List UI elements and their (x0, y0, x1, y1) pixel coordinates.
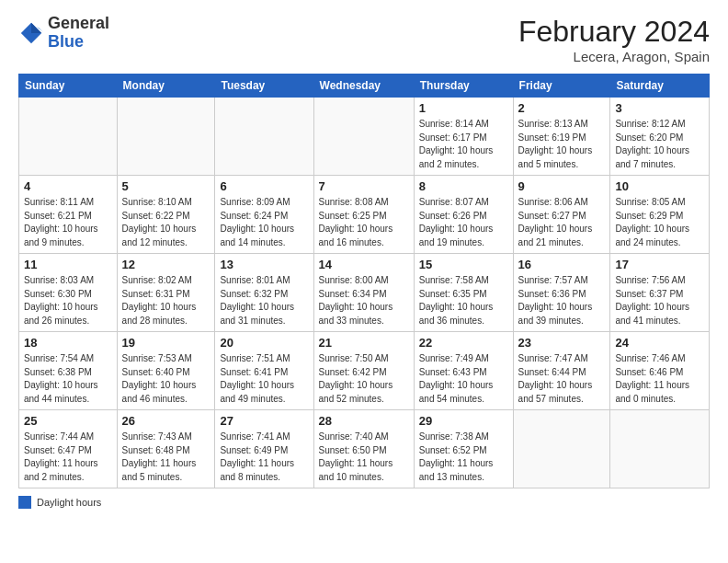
day-info: Sunrise: 8:02 AMSunset: 6:31 PMDaylight:… (122, 274, 210, 327)
day-number: 10 (615, 179, 704, 193)
day-info: Sunrise: 7:49 AMSunset: 6:43 PMDaylight:… (419, 352, 508, 406)
day-info: Sunrise: 7:44 AMSunset: 6:47 PMDaylight:… (24, 431, 112, 484)
day-number: 23 (518, 336, 606, 350)
calendar-table: Sunday Monday Tuesday Wednesday Thursday… (18, 74, 710, 488)
table-row: 13Sunrise: 8:01 AMSunset: 6:32 PMDayligh… (215, 254, 313, 332)
table-row: 20Sunrise: 7:51 AMSunset: 6:41 PMDayligh… (215, 332, 313, 410)
day-info: Sunrise: 8:09 AMSunset: 6:24 PMDaylight:… (220, 196, 308, 249)
day-info: Sunrise: 7:47 AMSunset: 6:44 PMDaylight:… (518, 352, 606, 406)
table-row: 22Sunrise: 7:49 AMSunset: 6:43 PMDayligh… (414, 332, 513, 410)
header-row: Sunday Monday Tuesday Wednesday Thursday… (19, 75, 710, 98)
table-row (117, 98, 215, 176)
table-row: 21Sunrise: 7:50 AMSunset: 6:42 PMDayligh… (313, 332, 414, 410)
title-month: February 2024 (518, 15, 710, 49)
day-info: Sunrise: 8:03 AMSunset: 6:30 PMDaylight:… (24, 274, 112, 327)
table-row: 23Sunrise: 7:47 AMSunset: 6:44 PMDayligh… (513, 332, 610, 410)
day-number: 3 (615, 101, 704, 115)
table-row (513, 410, 610, 488)
table-row: 15Sunrise: 7:58 AMSunset: 6:35 PMDayligh… (414, 254, 513, 332)
table-row (215, 98, 313, 176)
table-row: 6Sunrise: 8:09 AMSunset: 6:24 PMDaylight… (215, 176, 313, 254)
table-row: 1Sunrise: 8:14 AMSunset: 6:17 PMDaylight… (414, 98, 513, 176)
day-info: Sunrise: 7:57 AMSunset: 6:36 PMDaylight:… (518, 274, 606, 327)
day-info: Sunrise: 8:01 AMSunset: 6:32 PMDaylight:… (220, 274, 308, 327)
col-tuesday: Tuesday (215, 75, 313, 98)
logo-blue: Blue (48, 32, 84, 51)
day-info: Sunrise: 7:50 AMSunset: 6:42 PMDaylight:… (319, 352, 409, 406)
day-info: Sunrise: 7:58 AMSunset: 6:35 PMDaylight:… (419, 274, 508, 327)
day-number: 12 (122, 258, 210, 271)
day-number: 25 (24, 414, 112, 428)
day-info: Sunrise: 8:10 AMSunset: 6:22 PMDaylight:… (122, 196, 210, 249)
logo: General Blue (18, 15, 109, 52)
title-location: Lecera, Aragon, Spain (518, 49, 710, 64)
table-row: 19Sunrise: 7:53 AMSunset: 6:40 PMDayligh… (117, 332, 215, 410)
table-row: 27Sunrise: 7:41 AMSunset: 6:49 PMDayligh… (215, 410, 313, 488)
week-row-1: 4Sunrise: 8:11 AMSunset: 6:21 PMDaylight… (19, 176, 710, 254)
day-info: Sunrise: 7:54 AMSunset: 6:38 PMDaylight:… (24, 352, 112, 406)
day-number: 19 (122, 336, 210, 350)
week-row-4: 25Sunrise: 7:44 AMSunset: 6:47 PMDayligh… (19, 410, 710, 488)
table-row: 11Sunrise: 8:03 AMSunset: 6:30 PMDayligh… (19, 254, 118, 332)
day-number: 2 (518, 101, 606, 115)
week-row-2: 11Sunrise: 8:03 AMSunset: 6:30 PMDayligh… (19, 254, 710, 332)
table-row: 26Sunrise: 7:43 AMSunset: 6:48 PMDayligh… (117, 410, 215, 488)
day-info: Sunrise: 7:56 AMSunset: 6:37 PMDaylight:… (615, 274, 704, 327)
day-info: Sunrise: 7:46 AMSunset: 6:46 PMDaylight:… (615, 352, 704, 406)
page: General Blue February 2024 Lecera, Arago… (0, 0, 728, 520)
day-number: 9 (518, 179, 606, 193)
day-info: Sunrise: 8:14 AMSunset: 6:17 PMDaylight:… (419, 118, 508, 171)
legend-label: Daylight hours (37, 497, 101, 508)
day-info: Sunrise: 8:06 AMSunset: 6:27 PMDaylight:… (518, 196, 606, 249)
day-number: 20 (220, 336, 308, 350)
day-number: 11 (24, 258, 112, 271)
table-row: 18Sunrise: 7:54 AMSunset: 6:38 PMDayligh… (19, 332, 118, 410)
day-number: 4 (24, 179, 112, 193)
table-row: 12Sunrise: 8:02 AMSunset: 6:31 PMDayligh… (117, 254, 215, 332)
table-row: 25Sunrise: 7:44 AMSunset: 6:47 PMDayligh… (19, 410, 118, 488)
day-number: 17 (615, 258, 704, 271)
col-wednesday: Wednesday (313, 75, 414, 98)
table-row: 5Sunrise: 8:10 AMSunset: 6:22 PMDaylight… (117, 176, 215, 254)
header: General Blue February 2024 Lecera, Arago… (18, 15, 710, 64)
col-friday: Friday (513, 75, 610, 98)
day-number: 1 (419, 101, 508, 115)
table-row (313, 98, 414, 176)
table-row: 2Sunrise: 8:13 AMSunset: 6:19 PMDaylight… (513, 98, 610, 176)
day-info: Sunrise: 8:11 AMSunset: 6:21 PMDaylight:… (24, 196, 112, 249)
day-number: 15 (419, 258, 508, 271)
day-number: 5 (122, 179, 210, 193)
col-saturday: Saturday (610, 75, 710, 98)
day-info: Sunrise: 8:08 AMSunset: 6:25 PMDaylight:… (319, 196, 409, 249)
day-number: 7 (319, 179, 409, 193)
day-number: 27 (220, 414, 308, 428)
day-number: 14 (319, 258, 409, 271)
day-info: Sunrise: 7:41 AMSunset: 6:49 PMDaylight:… (220, 431, 308, 484)
table-row: 29Sunrise: 7:38 AMSunset: 6:52 PMDayligh… (414, 410, 513, 488)
day-info: Sunrise: 8:12 AMSunset: 6:20 PMDaylight:… (615, 118, 704, 171)
day-number: 18 (24, 336, 112, 350)
day-info: Sunrise: 7:43 AMSunset: 6:48 PMDaylight:… (122, 431, 210, 484)
table-row: 3Sunrise: 8:12 AMSunset: 6:20 PMDaylight… (610, 98, 710, 176)
logo-general: General (48, 14, 109, 32)
table-row: 17Sunrise: 7:56 AMSunset: 6:37 PMDayligh… (610, 254, 710, 332)
logo-text: General Blue (48, 15, 109, 52)
table-row: 10Sunrise: 8:05 AMSunset: 6:29 PMDayligh… (610, 176, 710, 254)
day-info: Sunrise: 8:00 AMSunset: 6:34 PMDaylight:… (319, 274, 409, 327)
day-number: 16 (518, 258, 606, 271)
day-number: 22 (419, 336, 508, 350)
day-number: 8 (419, 179, 508, 193)
table-row (19, 98, 118, 176)
day-number: 24 (615, 336, 704, 350)
day-info: Sunrise: 7:40 AMSunset: 6:50 PMDaylight:… (319, 431, 409, 484)
day-info: Sunrise: 8:05 AMSunset: 6:29 PMDaylight:… (615, 196, 704, 249)
table-row: 9Sunrise: 8:06 AMSunset: 6:27 PMDaylight… (513, 176, 610, 254)
col-sunday: Sunday (19, 75, 118, 98)
table-row: 24Sunrise: 7:46 AMSunset: 6:46 PMDayligh… (610, 332, 710, 410)
svg-marker-1 (31, 23, 41, 33)
day-number: 13 (220, 258, 308, 271)
day-number: 29 (419, 414, 508, 428)
table-row: 14Sunrise: 8:00 AMSunset: 6:34 PMDayligh… (313, 254, 414, 332)
day-number: 26 (122, 414, 210, 428)
col-thursday: Thursday (414, 75, 513, 98)
